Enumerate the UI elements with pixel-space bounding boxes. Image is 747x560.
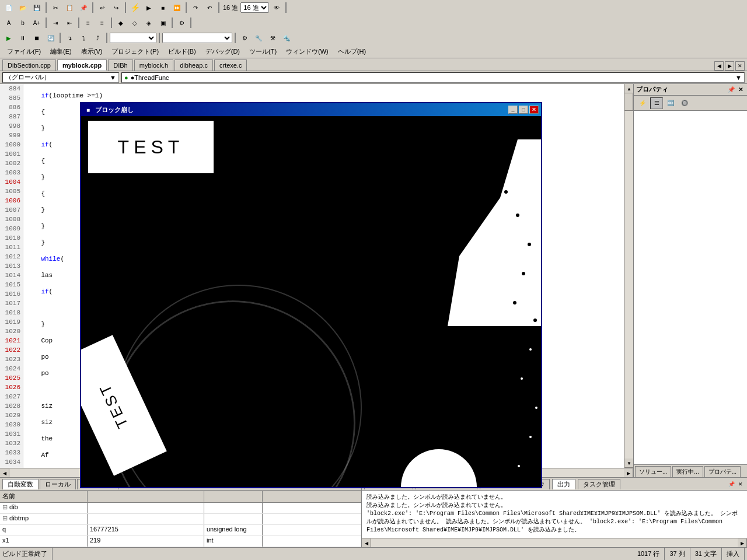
output-pin[interactable]: 📌 bbox=[727, 480, 735, 488]
paste-button[interactable]: 📌 bbox=[77, 2, 90, 13]
statusbar: ビルド正常終了 1017 行 37 列 31 文字 挿入 bbox=[0, 547, 747, 560]
step-button[interactable]: ⏩ bbox=[170, 2, 183, 13]
tab-task[interactable]: タスク管理 bbox=[578, 479, 620, 489]
config-select[interactable]: Debug bbox=[110, 33, 156, 43]
menu-window[interactable]: ウィンドウ(W) bbox=[281, 46, 333, 57]
prop-btn2[interactable]: ☰ bbox=[650, 97, 663, 109]
open-button[interactable]: 📂 bbox=[16, 2, 29, 13]
menu-edit[interactable]: 編集(E) bbox=[46, 46, 76, 57]
align-left-btn[interactable]: ≡ bbox=[82, 17, 95, 29]
indent-btn[interactable]: ⇥ bbox=[49, 17, 62, 29]
cut-button[interactable]: ✂ bbox=[49, 2, 62, 13]
align-right-btn[interactable]: ≡ bbox=[96, 17, 109, 29]
debug-format-select[interactable]: 16 進 10 進 bbox=[240, 2, 269, 13]
tab-close[interactable]: ✕ bbox=[735, 61, 745, 71]
toolbar-extra1[interactable]: ⚙ bbox=[238, 32, 251, 44]
stepret-btn[interactable]: ⤴ bbox=[91, 32, 104, 44]
new-button[interactable]: 📄 bbox=[2, 2, 15, 13]
svg-point-17 bbox=[529, 436, 532, 438]
prop-btn3[interactable]: 🔤 bbox=[664, 97, 677, 109]
properties-pin[interactable]: 📌 bbox=[727, 86, 735, 94]
format-btn2[interactable]: b bbox=[16, 17, 29, 29]
hscroll-left[interactable]: ◀ bbox=[0, 468, 9, 477]
bookmark2[interactable]: ◇ bbox=[128, 17, 141, 29]
stepinto-btn[interactable]: ↴ bbox=[63, 32, 76, 44]
format-btn3[interactable]: A+ bbox=[30, 17, 43, 29]
platform-select[interactable]: Mix bbox=[162, 33, 232, 43]
toolbar-extra2[interactable]: 🔧 bbox=[252, 32, 265, 44]
play-btn[interactable]: ▶ bbox=[2, 32, 15, 44]
stop-button[interactable]: ■ bbox=[156, 2, 169, 13]
bookmark1[interactable]: ◆ bbox=[114, 17, 127, 29]
tab-auto-vars[interactable]: 自動変数 bbox=[2, 479, 39, 489]
bookmark3[interactable]: ◈ bbox=[142, 17, 155, 29]
tab-solution[interactable]: ソリュー... bbox=[635, 466, 671, 477]
game-window[interactable]: ■ ブロック崩し _ □ ✕ TEST bbox=[80, 102, 542, 488]
menu-debug[interactable]: デバッグ(D) bbox=[201, 46, 245, 57]
menu-file[interactable]: ファイル(F) bbox=[2, 46, 46, 57]
output-close[interactable]: ✕ bbox=[736, 480, 745, 488]
av-name-q: q bbox=[0, 525, 88, 536]
func-value: ●ThreadFunc bbox=[131, 74, 169, 81]
build-button[interactable]: ⚡ bbox=[128, 2, 141, 13]
hscroll-right[interactable]: ▶ bbox=[624, 468, 633, 477]
sep12 bbox=[60, 33, 61, 43]
tab-myblock[interactable]: myblock.cpp bbox=[57, 60, 107, 71]
game-minimize[interactable]: _ bbox=[508, 106, 518, 114]
sep14 bbox=[159, 33, 160, 43]
game-maximize[interactable]: □ bbox=[519, 106, 528, 114]
tab-output[interactable]: 出力 bbox=[552, 479, 575, 489]
save-button[interactable]: 💾 bbox=[30, 2, 43, 13]
stop-btn2[interactable]: ⏹ bbox=[30, 32, 43, 44]
watch-button[interactable]: 👁 bbox=[270, 2, 283, 13]
out-hscroll-track[interactable] bbox=[371, 538, 738, 547]
redo-button[interactable]: ↪ bbox=[110, 2, 123, 13]
game-close[interactable]: ✕ bbox=[529, 106, 539, 114]
tab-dibheap[interactable]: dibheap.c bbox=[174, 60, 213, 71]
format-btn1[interactable]: A bbox=[2, 17, 15, 29]
auto-vars-table: 名前 ⊞ dib ⊞ dibtmp q 16777215 bbox=[0, 491, 361, 547]
menu-build[interactable]: ビルド(B) bbox=[163, 46, 201, 57]
tab-running[interactable]: 実行中... bbox=[672, 466, 703, 477]
out-hscroll-left[interactable]: ◀ bbox=[362, 538, 371, 548]
toolbar-extra4[interactable]: 🔩 bbox=[280, 32, 293, 44]
prop-btn1[interactable]: ⚡ bbox=[636, 97, 649, 109]
scroll-up[interactable]: ▲ bbox=[624, 84, 633, 93]
tab-prev[interactable]: ◀ bbox=[714, 61, 724, 71]
undo-button[interactable]: ↩ bbox=[96, 2, 109, 13]
toolbar-extra3[interactable]: ⚒ bbox=[266, 32, 279, 44]
copy-button[interactable]: 📋 bbox=[63, 2, 76, 13]
properties-close[interactable]: ✕ bbox=[736, 86, 745, 94]
tab-crtexe[interactable]: crtexe.c bbox=[214, 60, 247, 71]
restart-btn[interactable]: 🔄 bbox=[44, 32, 57, 44]
func-dropdown[interactable]: ● ●ThreadFunc ▼ bbox=[121, 72, 745, 83]
stepout-button[interactable]: ↶ bbox=[203, 2, 216, 13]
tab-myblockh[interactable]: myblock.h bbox=[134, 60, 174, 71]
tab-local[interactable]: ローカル bbox=[40, 479, 76, 489]
stepover2-btn[interactable]: ⤵ bbox=[77, 32, 90, 44]
outdent-btn[interactable]: ⇤ bbox=[63, 17, 76, 29]
scroll-thumb[interactable] bbox=[624, 93, 633, 111]
macro-btn[interactable]: ⚙ bbox=[175, 17, 188, 29]
menu-tools[interactable]: ツール(T) bbox=[245, 46, 281, 57]
prop-btn4[interactable]: 🔘 bbox=[678, 97, 691, 109]
bookmark4[interactable]: ▣ bbox=[156, 17, 169, 29]
sep9 bbox=[111, 18, 112, 28]
app-container: 📄 📂 💾 ✂ 📋 📌 ↩ ↪ ⚡ ▶ ■ ⏩ ↷ ↶ 16 進 16 進 10… bbox=[0, 0, 747, 560]
tab-next[interactable]: ▶ bbox=[725, 61, 734, 71]
tab-nav-buttons: ◀ ▶ ✕ bbox=[714, 61, 745, 71]
pause-btn[interactable]: ⏸ bbox=[16, 32, 29, 44]
out-hscroll-right[interactable]: ▶ bbox=[738, 538, 747, 548]
game-window-titlebar[interactable]: ■ ブロック崩し _ □ ✕ bbox=[81, 103, 541, 116]
menu-view[interactable]: 表示(V) bbox=[76, 46, 107, 57]
scope-dropdown[interactable]: （グローバル） ▼ bbox=[2, 72, 119, 83]
menu-help[interactable]: ヘルプ(H) bbox=[333, 46, 371, 57]
menu-project[interactable]: プロジェクト(P) bbox=[107, 46, 163, 57]
tab-dibsection[interactable]: DibSection.cpp bbox=[2, 60, 56, 71]
tab-dibh[interactable]: DIBh bbox=[108, 60, 132, 71]
scroll-down[interactable]: ▼ bbox=[624, 459, 633, 468]
debug-button[interactable]: ▶ bbox=[142, 2, 155, 13]
tab-proplist[interactable]: プロパテ... bbox=[704, 466, 741, 477]
scroll-track[interactable] bbox=[624, 93, 633, 459]
stepover-button[interactable]: ↷ bbox=[189, 2, 202, 13]
